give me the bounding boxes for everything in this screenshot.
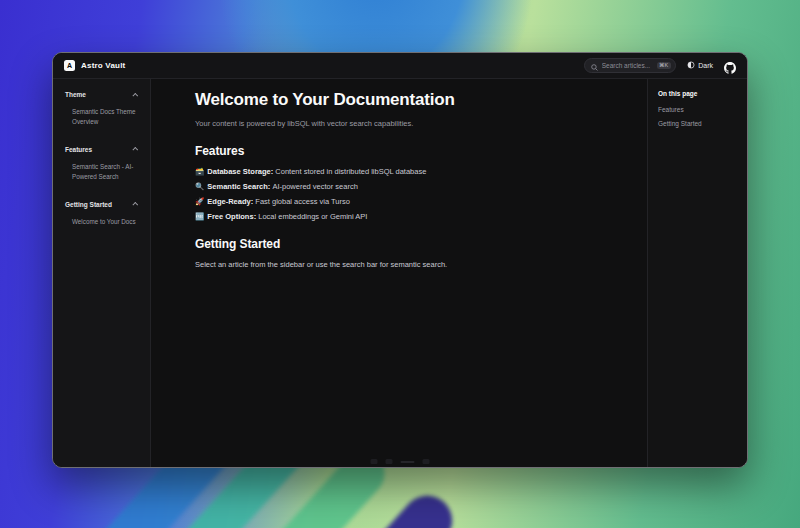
chevron-up-icon [132,92,138,98]
brand-title[interactable]: Astro Vault [81,61,125,70]
dock-icon [371,459,378,464]
feature-item-free-options: 🆓Free OptionsLocal embeddings or Gemini … [195,212,603,221]
feature-desc: Fast global access via Turso [255,197,350,206]
theme-toggle-label: Dark [698,62,713,69]
main-content: Welcome to Your Documentation Your conte… [151,79,647,467]
sidebar-group-label: Theme [65,91,86,98]
rocket-icon: 🚀 [195,197,204,206]
feature-label: Free Options [207,212,258,221]
page-subtitle: Your content is powered by libSQL with v… [195,119,603,128]
dock-icon [386,459,393,464]
card-file-box-icon: 🗃️ [195,167,204,176]
github-icon[interactable] [724,60,736,72]
feature-label: Edge-Ready [207,197,255,206]
dock-icon [423,459,430,464]
docs-sidebar: Theme Semantic Docs Theme Overview Featu… [53,79,151,467]
toc-link-features[interactable]: Features [658,106,737,113]
sidebar-group-label: Features [65,146,92,153]
feature-item-edge-ready: 🚀Edge-ReadyFast global access via Turso [195,197,603,206]
feature-label: Database Storage [207,167,275,176]
sidebar-group-theme: Theme Semantic Docs Theme Overview [65,91,138,128]
free-badge-icon: 🆓 [195,212,204,221]
sidebar-group-toggle[interactable]: Features [65,146,138,153]
sidebar-group-features: Features Semantic Search - AI-Powered Se… [65,146,138,183]
theme-toggle-button[interactable]: Dark [687,61,713,70]
feature-label: Semantic Search [207,182,272,191]
sidebar-group-label: Getting Started [65,201,112,208]
dock-separator [401,461,415,463]
app-window: A Astro Vault Search articles... ⌘K Dark [52,52,748,468]
sidebar-item-semantic-search[interactable]: Semantic Search - AI-Powered Search [65,162,138,183]
magnifier-icon: 🔍 [195,182,204,191]
search-icon [591,57,598,75]
features-heading: Features [195,144,603,158]
chevron-up-icon [132,202,138,208]
brand-logo[interactable]: A [64,60,75,71]
toc-title: On this page [658,90,737,97]
page-title: Welcome to Your Documentation [195,90,603,110]
toc-link-getting-started[interactable]: Getting Started [658,120,737,127]
dock-hint [371,459,430,464]
features-list: 🗃️Database StorageContent stored in dist… [195,167,603,221]
moon-icon [687,61,695,70]
search-shortcut-badge: ⌘K [657,62,671,70]
sidebar-group-toggle[interactable]: Theme [65,91,138,98]
feature-desc: Local embeddings or Gemini API [258,212,367,221]
sidebar-group-getting-started: Getting Started Welcome to Your Docs [65,201,138,227]
search-input[interactable]: Search articles... ⌘K [584,58,676,73]
chevron-up-icon [132,147,138,153]
feature-desc: AI-powered vector search [272,182,357,191]
getting-started-text: Select an article from the sidebar or us… [195,260,603,269]
sidebar-group-toggle[interactable]: Getting Started [65,201,138,208]
getting-started-heading: Getting Started [195,237,603,251]
sidebar-item-welcome-to-your-docs[interactable]: Welcome to Your Docs [65,217,138,227]
content-columns: Theme Semantic Docs Theme Overview Featu… [53,79,747,467]
search-placeholder: Search articles... [602,62,653,69]
top-navbar: A Astro Vault Search articles... ⌘K Dark [53,53,747,79]
feature-item-semantic-search: 🔍Semantic SearchAI-powered vector search [195,182,603,191]
feature-desc: Content stored in distributed libSQL dat… [275,167,426,176]
sidebar-item-semantic-docs-theme-overview[interactable]: Semantic Docs Theme Overview [65,107,138,128]
feature-item-database-storage: 🗃️Database StorageContent stored in dist… [195,167,603,176]
on-this-page-panel: On this page Features Getting Started [647,79,747,467]
